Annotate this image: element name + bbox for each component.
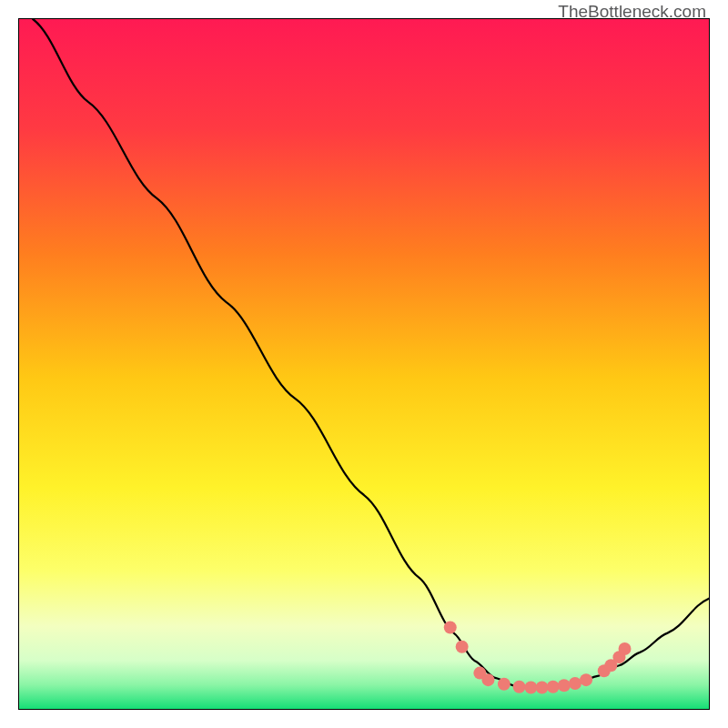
data-marker (547, 681, 560, 693)
data-marker (619, 642, 632, 655)
data-marker (558, 679, 571, 692)
data-marker (536, 682, 549, 694)
chart-container: TheBottleneck.com (0, 0, 728, 728)
plot-area (18, 18, 710, 710)
data-marker (569, 677, 581, 690)
data-marker (481, 673, 494, 686)
chart-overlay (19, 19, 709, 709)
data-marker (498, 678, 511, 691)
data-marker (444, 622, 457, 634)
data-marker (580, 673, 592, 686)
data-marker (513, 681, 526, 693)
data-marker (524, 682, 537, 694)
data-marker (456, 641, 469, 653)
watermark-text: TheBottleneck.com (558, 2, 706, 22)
bottleneck-curve (33, 19, 709, 688)
